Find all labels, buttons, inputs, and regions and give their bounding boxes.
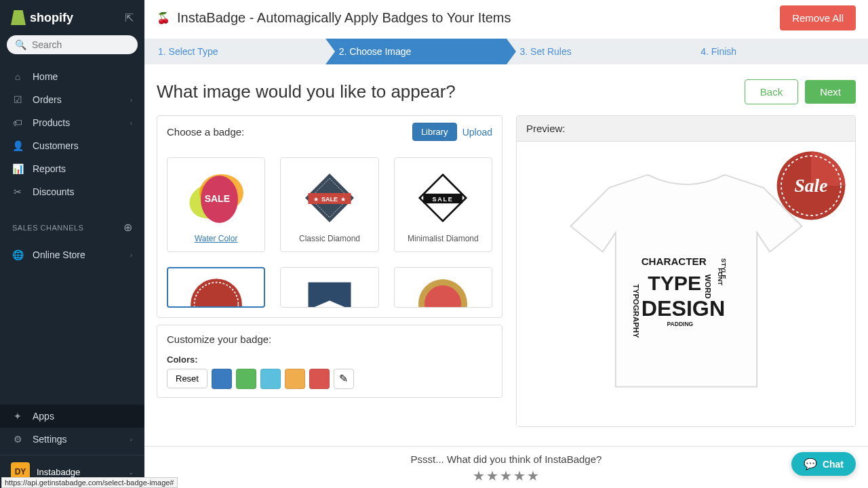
customize-panel: Customize your badge: Colors: Reset ✎ bbox=[157, 325, 502, 398]
step-label: 1. Select Type bbox=[158, 46, 218, 57]
chat-button[interactable]: 💬 Chat bbox=[791, 452, 856, 476]
nav-label: Orders bbox=[33, 94, 62, 105]
color-swatch[interactable] bbox=[236, 369, 256, 389]
nav-apps[interactable]: ✦Apps bbox=[0, 405, 144, 428]
user-name: Instabadge bbox=[37, 467, 80, 477]
step-label: 4. Finish bbox=[701, 46, 736, 57]
sales-channels-header: SALES CHANNELS ⊕ bbox=[0, 207, 144, 239]
badge-image bbox=[186, 274, 247, 308]
step-set-rules[interactable]: 3. Set Rules bbox=[507, 39, 688, 64]
chevron-right-icon: › bbox=[130, 119, 132, 127]
svg-marker-11 bbox=[308, 282, 351, 308]
nav-home[interactable]: ⌂Home bbox=[0, 65, 144, 88]
eyedropper-icon: ✎ bbox=[339, 372, 348, 385]
color-picker-button[interactable]: ✎ bbox=[334, 369, 354, 389]
svg-point-9 bbox=[191, 279, 242, 308]
heading-row: What image would you like to appear? Bac… bbox=[144, 64, 868, 115]
preview-body: CHARACTER TYPE DESIGN WORD FONT STYLE TY… bbox=[517, 142, 855, 426]
main: 🍒 InstaBadge - Automagically Apply Badge… bbox=[144, 0, 868, 488]
step-select-type[interactable]: 1. Select Type bbox=[144, 39, 326, 64]
chevron-right-icon: › bbox=[130, 251, 132, 259]
nav-settings[interactable]: ⚙Settings› bbox=[0, 428, 144, 451]
remove-all-button[interactable]: Remove All bbox=[780, 5, 856, 30]
badge-label: Classic Diamond bbox=[299, 234, 360, 245]
nav-label: Products bbox=[33, 117, 70, 128]
chat-icon: 💬 bbox=[804, 458, 817, 470]
library-tab[interactable]: Library bbox=[412, 123, 457, 141]
svg-text:SALE: SALE bbox=[321, 196, 338, 203]
badge-seal[interactable] bbox=[394, 267, 492, 308]
section-label: SALES CHANNELS bbox=[12, 224, 83, 232]
badge-minimalist-diamond[interactable]: SALE Minimalist Diamond bbox=[394, 157, 492, 252]
nav-products[interactable]: 🏷Products› bbox=[0, 111, 144, 134]
choose-badge-panel: Choose a badge: Library Upload SALE bbox=[157, 115, 502, 318]
shopify-bag-icon bbox=[11, 10, 26, 25]
app-icon: 🍒 bbox=[157, 12, 170, 25]
feedback-text: Pssst... What did you think of InstaBadg… bbox=[144, 453, 868, 465]
nav-online-store[interactable]: 🌐Online Store› bbox=[0, 243, 144, 266]
color-swatch[interactable] bbox=[285, 369, 305, 389]
customize-title: Customize your badge: bbox=[167, 333, 492, 345]
svg-text:TYPOGRAPHY: TYPOGRAPHY bbox=[632, 284, 640, 338]
badge-ribbon[interactable] bbox=[280, 267, 378, 308]
badge-image: SALE bbox=[412, 167, 473, 228]
search-icon: 🔍 bbox=[15, 39, 26, 50]
svg-text:STYLE: STYLE bbox=[720, 258, 728, 279]
orders-icon: ☑ bbox=[12, 94, 23, 105]
svg-text:TYPE: TYPE bbox=[648, 272, 701, 294]
nav-orders[interactable]: ☑Orders› bbox=[0, 88, 144, 111]
badge-water-color[interactable]: SALE Water Color bbox=[167, 157, 265, 252]
add-channel-icon[interactable]: ⊕ bbox=[123, 221, 133, 234]
sidebar-header: shopify ⇱ bbox=[0, 0, 144, 35]
primary-nav: ⌂Home ☑Orders› 🏷Products› 👤Customers 📊Re… bbox=[0, 61, 144, 207]
chevron-right-icon: › bbox=[130, 436, 132, 443]
badge-classic-diamond[interactable]: SALE ★ ★ Classic Diamond bbox=[280, 157, 378, 252]
left-column: Choose a badge: Library Upload SALE bbox=[157, 115, 502, 488]
nav-reports[interactable]: 📊Reports bbox=[0, 157, 144, 180]
badge-image: SALE bbox=[186, 167, 247, 228]
preview-panel: Preview: CHARACTER TYPE DESIGN WORD FONT… bbox=[516, 115, 856, 427]
chart-icon: 📊 bbox=[12, 163, 23, 174]
svg-text:CHARACTER: CHARACTER bbox=[641, 256, 706, 267]
brand-text: shopify bbox=[30, 11, 73, 25]
step-choose-image[interactable]: 2. Choose Image bbox=[326, 39, 507, 64]
badge-red-circle[interactable] bbox=[167, 267, 265, 308]
chevron-right-icon: › bbox=[130, 96, 132, 104]
reset-button[interactable]: Reset bbox=[167, 369, 208, 388]
step-finish[interactable]: 4. Finish bbox=[687, 39, 868, 64]
bottom-nav: ✦Apps ⚙Settings› bbox=[0, 401, 144, 455]
badge-sale-text: SALE bbox=[205, 193, 230, 204]
logo[interactable]: shopify bbox=[11, 10, 73, 25]
svg-text:PADDING: PADDING bbox=[667, 321, 693, 327]
nav-discounts[interactable]: ✂Discounts bbox=[0, 180, 144, 203]
nav-label: Discounts bbox=[33, 186, 74, 197]
color-swatch[interactable] bbox=[212, 369, 232, 389]
nav-customers[interactable]: 👤Customers bbox=[0, 134, 144, 157]
person-icon: 👤 bbox=[12, 140, 23, 151]
preview-badge: Sale bbox=[774, 148, 848, 223]
tag-icon: 🏷 bbox=[12, 117, 23, 128]
color-swatch[interactable] bbox=[260, 369, 281, 389]
upload-tab[interactable]: Upload bbox=[462, 127, 492, 138]
app-title: InstaBadge - Automagically Apply Badges … bbox=[177, 10, 511, 26]
search-box[interactable]: 🔍 bbox=[7, 35, 138, 54]
badge-label: Water Color bbox=[195, 234, 238, 245]
home-icon: ⌂ bbox=[12, 71, 23, 82]
discount-icon: ✂ bbox=[12, 186, 23, 197]
search-input[interactable] bbox=[32, 39, 130, 50]
badge-image bbox=[412, 273, 473, 308]
nav-label: Apps bbox=[33, 411, 54, 422]
next-button[interactable]: Next bbox=[805, 80, 856, 104]
back-button[interactable]: Back bbox=[745, 79, 798, 104]
feedback-bar: Pssst... What did you think of InstaBadg… bbox=[144, 446, 868, 488]
color-swatch[interactable] bbox=[309, 369, 330, 389]
svg-text:Sale: Sale bbox=[795, 175, 828, 196]
apps-icon: ✦ bbox=[12, 411, 23, 422]
external-link-icon[interactable]: ⇱ bbox=[125, 12, 134, 24]
rating-stars[interactable]: ★★★★★ bbox=[144, 468, 868, 484]
wizard-steps: 1. Select Type 2. Choose Image 3. Set Ru… bbox=[144, 39, 868, 64]
color-row: Reset ✎ bbox=[167, 369, 492, 389]
gear-icon: ⚙ bbox=[12, 434, 23, 445]
globe-icon: 🌐 bbox=[12, 249, 23, 260]
sidebar: shopify ⇱ 🔍 ⌂Home ☑Orders› 🏷Products› 👤C… bbox=[0, 0, 144, 488]
